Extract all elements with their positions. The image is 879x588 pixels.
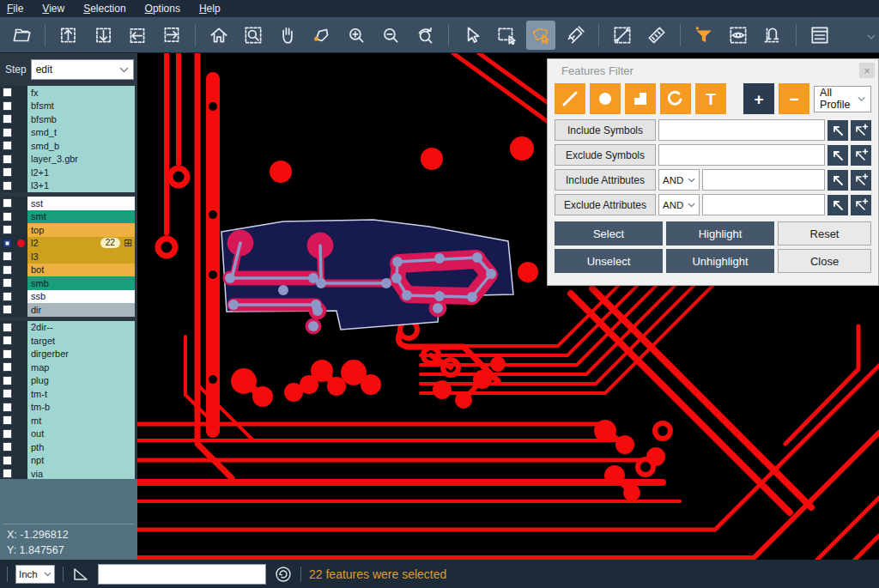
menu-help[interactable]: Help (199, 3, 221, 15)
layer-name[interactable]: ssb (27, 290, 135, 304)
profile-dropdown[interactable]: All Profile (814, 86, 871, 112)
layer-visibility-checkbox[interactable] (3, 403, 12, 412)
layer-visibility-checkbox[interactable] (3, 265, 12, 275)
exclude-symbols-input[interactable] (658, 144, 825, 166)
layer-row-smb[interactable]: smb (0, 276, 137, 290)
step-dropdown[interactable]: edit (31, 59, 134, 80)
include-mode-icon[interactable]: + (743, 83, 774, 114)
exclude-symbols-button[interactable]: Exclude Symbols (555, 144, 656, 166)
layer-visibility-checkbox[interactable] (3, 141, 12, 150)
select-arrow-icon[interactable] (458, 21, 487, 50)
measure-ruler-icon[interactable] (642, 21, 671, 50)
layer-row-tm-t[interactable]: tm-t (0, 387, 137, 401)
layer-visibility-checkbox[interactable] (3, 305, 12, 314)
include-symbols-button[interactable]: Include Symbols (555, 119, 656, 141)
layer-visibility-checkbox[interactable] (3, 167, 12, 177)
zoom-window-icon[interactable] (239, 21, 268, 50)
layer-name[interactable]: fx (27, 86, 135, 100)
pick-attribute-add-icon[interactable] (851, 195, 871, 215)
units-dropdown[interactable]: Inch (15, 565, 55, 584)
pan-up-icon[interactable] (54, 21, 83, 50)
layer-name[interactable]: l3 (27, 250, 135, 264)
layer-visibility-checkbox[interactable] (3, 252, 12, 261)
clear-brush-icon[interactable] (561, 21, 590, 50)
layer-visibility-checkbox[interactable] (3, 323, 12, 332)
reset-button[interactable]: Reset (778, 221, 871, 246)
layer-visibility-checkbox[interactable] (3, 389, 12, 398)
zoom-polygon-icon[interactable] (307, 21, 336, 50)
layer-name[interactable]: smb (27, 276, 135, 290)
layer-row-bfsmt[interactable]: bfsmt (0, 100, 137, 113)
include-attributes-button[interactable]: Include Attributes (555, 169, 656, 191)
select-rectangle-icon[interactable] (492, 21, 521, 50)
layer-row-out[interactable]: out (0, 427, 137, 441)
layer-row-target[interactable]: target (0, 334, 137, 348)
text-filter-icon[interactable]: T (695, 83, 726, 114)
pick-symbol-icon[interactable] (827, 120, 848, 141)
layer-visibility-checkbox[interactable] (3, 101, 12, 111)
layer-name[interactable]: sst (27, 197, 135, 210)
layer-name[interactable]: tm-t (27, 387, 135, 401)
layers-panel-icon[interactable] (805, 21, 834, 50)
layer-name[interactable]: dir (27, 303, 135, 317)
layer-visibility-checkbox[interactable] (3, 198, 12, 208)
pick-attribute-add-icon[interactable] (851, 170, 871, 191)
layer-name[interactable]: l3+1 (27, 179, 135, 193)
snap-mode-icon[interactable] (758, 21, 787, 50)
layer-visibility-checkbox[interactable] (3, 442, 12, 452)
layer-row-sst[interactable]: sst (0, 197, 137, 210)
layer-visibility-checkbox[interactable] (3, 336, 12, 345)
line-filter-icon[interactable] (555, 83, 585, 114)
layer-visibility-checkbox[interactable] (3, 225, 12, 234)
layer-row-npt[interactable]: npt (0, 454, 137, 468)
layer-visibility-checkbox[interactable] (3, 415, 12, 425)
layer-name[interactable]: tm-b (27, 401, 135, 415)
layer-visibility-checkbox[interactable] (3, 469, 12, 478)
layer-visibility-checkbox[interactable] (3, 292, 12, 301)
layer-row-dir[interactable]: dir (0, 303, 137, 317)
layer-row-l2[interactable]: l222⊞ (0, 237, 137, 251)
refresh-icon[interactable] (274, 565, 293, 584)
zoom-out-icon[interactable] (376, 21, 405, 50)
exclude-attributes-button[interactable]: Exclude Attributes (555, 194, 656, 215)
layer-name[interactable]: bfsmb (27, 112, 135, 126)
zoom-in-icon[interactable] (342, 21, 371, 50)
layer-row-smd_t[interactable]: smd_t (0, 126, 137, 140)
layer-visibility-checkbox[interactable] (3, 349, 12, 359)
layer-visibility-checkbox[interactable] (3, 88, 12, 97)
include-symbols-input[interactable] (658, 119, 825, 141)
layer-row-smt[interactable]: smt (0, 210, 137, 224)
corner-angle-icon[interactable] (71, 565, 90, 584)
exclude-attributes-input[interactable] (702, 194, 825, 215)
pick-symbol-add-icon[interactable] (851, 145, 871, 166)
unhighlight-button[interactable]: Unhighlight (666, 249, 774, 273)
include-attributes-operator-dropdown[interactable]: AND (658, 169, 700, 191)
pad-filter-icon[interactable] (590, 83, 621, 114)
layer-row-mt[interactable]: mt (0, 414, 137, 427)
layer-name[interactable]: plug (27, 374, 135, 388)
layer-visibility-checkbox[interactable] (3, 456, 12, 465)
open-folder-icon[interactable] (7, 21, 36, 50)
select-button[interactable]: Select (555, 221, 663, 246)
layer-name[interactable]: layer_3.gbr (27, 153, 135, 167)
layer-name[interactable]: dirgerber (27, 348, 135, 361)
layer-name[interactable]: pth (27, 440, 135, 454)
pan-down-icon[interactable] (88, 21, 118, 50)
layer-row-fx[interactable]: fx (0, 86, 137, 100)
layer-visibility-checkbox[interactable] (3, 212, 12, 221)
layer-visibility-checkbox[interactable] (3, 429, 12, 439)
measure-points-icon[interactable] (608, 21, 637, 50)
layer-visibility-checkbox[interactable] (3, 239, 12, 248)
menu-options[interactable]: Options (145, 3, 180, 15)
layer-row-layer_3[interactable]: layer_3.gbr (0, 153, 137, 167)
grid-icon[interactable]: ⊞ (124, 238, 132, 248)
include-attributes-input[interactable] (702, 169, 825, 191)
highlight-button[interactable]: Highlight (666, 221, 774, 246)
layer-name[interactable]: smd_b (27, 139, 135, 153)
layer-name[interactable]: target (27, 334, 135, 348)
layer-name[interactable]: l2 (31, 238, 39, 248)
layer-row-tm-b[interactable]: tm-b (0, 401, 137, 415)
select-polygon-icon[interactable] (526, 21, 555, 50)
layer-visibility-checkbox[interactable] (3, 114, 12, 124)
menu-selection[interactable]: Selection (83, 3, 125, 15)
